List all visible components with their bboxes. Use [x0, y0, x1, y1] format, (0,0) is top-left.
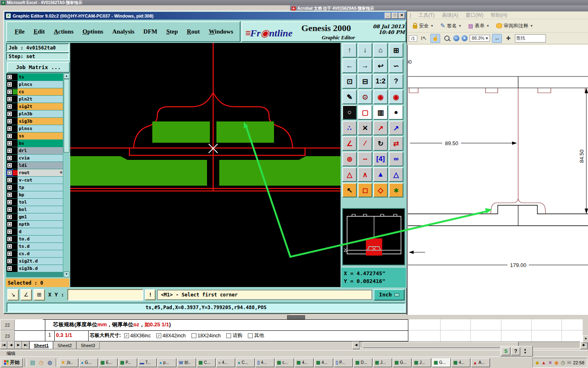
tile-xy-icon[interactable]: ⊞ [389, 43, 403, 58]
taskbar-button[interactable]: ● G... [79, 358, 98, 367]
taskbar-button[interactable]: ▦ E... [99, 358, 118, 367]
new-doc-icon[interactable]: ▤ [29, 359, 37, 367]
scroll-thumb[interactable] [363, 342, 519, 348]
peak-narrow-icon[interactable]: ∧ [358, 167, 372, 182]
peak-wide-icon[interactable]: △ [389, 167, 403, 182]
layer-visibility-checkbox[interactable] [7, 126, 12, 131]
layer-row[interactable]: bp [7, 191, 63, 198]
last-sheet-button[interactable]: ▶| [22, 341, 29, 349]
scroll-track[interactable] [359, 341, 580, 348]
layer-scrollbar[interactable]: ▲ ▼ [64, 73, 69, 277]
execute-button[interactable]: ! [145, 289, 156, 300]
select-window-icon[interactable]: ◻ [358, 183, 372, 197]
layer-name[interactable]: npth [18, 221, 63, 228]
reshape-icon[interactable]: ▢ [358, 105, 372, 120]
close-button[interactable]: ✕ [399, 13, 405, 19]
job-matrix-button[interactable]: Job Matrix ... [7, 62, 70, 73]
layer-color-swatch[interactable] [13, 192, 18, 197]
layer-visibility-checkbox[interactable] [7, 192, 12, 197]
layer-visibility-checkbox[interactable] [7, 222, 12, 227]
corner-snap-button[interactable]: ↘ [7, 289, 19, 301]
open-doc-icon[interactable]: ◷ [37, 359, 45, 367]
net-points-icon[interactable]: ∴ [342, 121, 357, 135]
window-split-handle[interactable] [287, 315, 305, 319]
layer-visibility-checkbox[interactable] [7, 133, 12, 139]
layer-name[interactable]: cs.d [18, 250, 63, 257]
size-option-checkbox[interactable]: ✓ 48X36inc [124, 332, 151, 339]
taskbar-button[interactable]: ▯ 4... [256, 358, 274, 367]
layer-row[interactable]: cs.d [7, 250, 63, 257]
pad-dot-icon[interactable]: ● [389, 105, 403, 120]
scroll-up-icon[interactable]: ▲ [64, 73, 69, 79]
genesis-titlebar[interactable]: X Graphic Editor 9.02c2 (00@HY-HYCAM-PC0… [4, 12, 406, 20]
taskbar-button[interactable]: ▦ G... [432, 358, 451, 367]
internet-icon[interactable]: ◍ [46, 359, 54, 367]
layer-row[interactable]: ts.d [7, 243, 63, 250]
layer-color-swatch[interactable] [13, 200, 18, 205]
layer-name[interactable]: v-cut [18, 177, 63, 184]
mirror-icon[interactable]: ⇄ [389, 136, 403, 151]
copper-plane-left[interactable] [70, 156, 207, 186]
layer-name[interactable]: sig3b [18, 118, 63, 125]
layer-visibility-checkbox[interactable] [7, 104, 12, 109]
layer-row[interactable]: bol [7, 206, 63, 213]
taskbar-button[interactable]: ≡ 4... [216, 358, 235, 367]
layer-name[interactable]: ss [18, 132, 63, 139]
layer-row[interactable]: bs [7, 140, 63, 147]
layer-visibility-checkbox[interactable] [7, 229, 12, 234]
taskbar-button[interactable]: ▦ P... [118, 358, 137, 367]
size-option-checkbox[interactable]: 其他 [248, 332, 264, 339]
layer-name[interactable]: ldi [18, 162, 63, 169]
layer-color-swatch[interactable] [13, 214, 18, 220]
zoom-in-icon[interactable]: ↑ [342, 43, 357, 58]
copy-to-icon[interactable]: ↗ [389, 121, 403, 135]
layer-name[interactable]: tp [18, 184, 63, 191]
layer-name[interactable]: gm1 [18, 213, 63, 220]
layer-row[interactable]: ts [7, 74, 63, 81]
sign-button[interactable]: ✎签名▼ [439, 21, 463, 30]
net-highlight-icon[interactable]: ◉ [373, 90, 388, 104]
xy-input[interactable] [67, 289, 143, 301]
copper-pad-left[interactable] [152, 121, 210, 143]
layer-color-swatch[interactable] [13, 141, 18, 146]
layer-color-swatch[interactable] [13, 222, 18, 227]
layer-row[interactable]: plnss [7, 125, 63, 132]
layer-row[interactable]: cvia [7, 155, 63, 162]
copper-pad-right[interactable] [216, 121, 274, 143]
layer-name[interactable]: bol [18, 206, 63, 213]
acrobat-menu-item[interactable]: 工具(T) [419, 12, 434, 19]
pan-right-icon[interactable]: → [358, 58, 372, 73]
sheet-tab[interactable]: Sheet1 [29, 341, 53, 349]
layer-color-swatch[interactable] [13, 155, 18, 161]
layer-name[interactable]: to.d [18, 236, 63, 242]
layer-color-swatch[interactable] [13, 251, 18, 256]
layer-color-swatch[interactable] [13, 258, 18, 264]
genesis-menu-item[interactable]: DFM [139, 28, 162, 35]
layer-name[interactable]: sig3b.d [18, 265, 63, 272]
ruler-icon[interactable]: ▥ [373, 105, 388, 120]
spec-title-cell[interactable]: 芯板规格(厚度单位mm，铜厚单位oz，如0.25 1/1) [53, 321, 171, 328]
layer-color-swatch[interactable] [13, 119, 18, 124]
core-thickness-cell[interactable]: 0.3 1/1 [56, 332, 72, 338]
layer-color-swatch[interactable] [13, 185, 18, 190]
sheet-scrollbar[interactable]: ◀ ▶ [352, 341, 586, 347]
layer-visibility-checkbox[interactable] [7, 119, 12, 124]
layer-visibility-checkbox[interactable] [7, 177, 12, 183]
peak-open-icon[interactable]: △ [342, 167, 357, 182]
layer-color-swatch[interactable] [13, 96, 18, 102]
layer-row[interactable]: sig2t [7, 103, 63, 110]
layer-color-swatch[interactable] [13, 177, 18, 183]
layer-name[interactable]: tol [18, 199, 63, 206]
layer-visibility-checkbox[interactable] [7, 163, 12, 168]
row-header-23[interactable]: 23 [0, 330, 15, 341]
hand-tool-icon[interactable]: ☝ [430, 34, 440, 43]
zoom-tool-icon[interactable] [442, 34, 451, 43]
layer-color-swatch[interactable] [13, 133, 18, 139]
minimize-button[interactable]: _ [385, 13, 391, 19]
acrobat-menu-item[interactable]: 高级(A) [442, 12, 458, 19]
layer-row[interactable]: sig3b.d [7, 265, 63, 272]
layer-visibility-checkbox[interactable] [7, 111, 12, 117]
x-app-tray-icon[interactable]: ✕ [548, 360, 552, 366]
sheet-tab[interactable]: Sheet3 [76, 341, 100, 349]
taskbar-button[interactable]: W 部.. [177, 358, 196, 367]
